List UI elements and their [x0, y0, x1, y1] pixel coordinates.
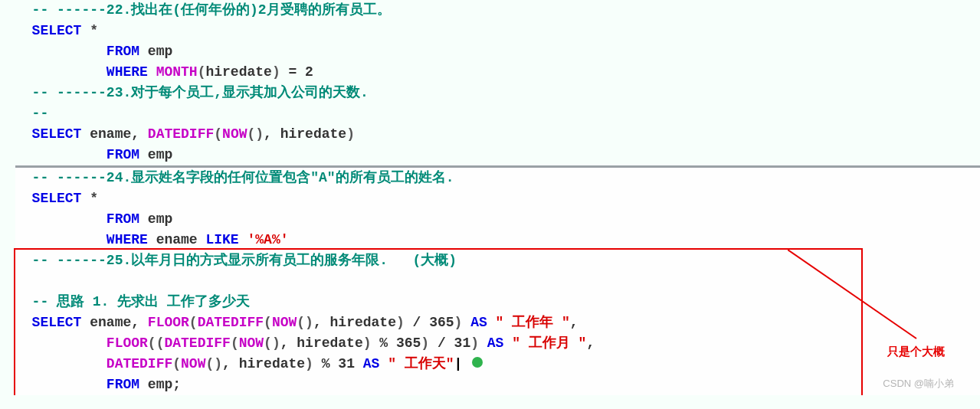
num: 365: [429, 315, 454, 330]
table: emp: [139, 44, 172, 59]
kw-where: WHERE: [107, 232, 148, 247]
paren: ): [454, 315, 463, 330]
cursor-icon: [472, 357, 483, 368]
kw-select: SELECT: [32, 126, 82, 142]
num: 2: [305, 64, 313, 80]
code-line: DATEDIFF(NOW(), hiredate) % 31 AS " 工作天"…: [15, 354, 980, 375]
code-line: SELECT *: [15, 188, 980, 209]
comment-prefix: -- ------: [32, 85, 107, 100]
paren: ): [305, 356, 313, 371]
func: DATEDIFF: [164, 335, 230, 351]
op: /: [405, 315, 429, 330]
code-line: -- ------24.显示姓名字段的任何位置包含"A"的所有员工的姓名.: [15, 168, 980, 188]
op: %: [313, 356, 338, 371]
code-line: FROM emp: [15, 209, 980, 230]
code-line: SELECT ename, FLOOR(DATEDIFF(NOW(), hire…: [15, 312, 980, 333]
comment-dashes: --: [32, 106, 49, 121]
paren: (: [231, 335, 239, 351]
kw-select: SELECT: [32, 315, 82, 330]
comment-text: 22.找出在(任何年份的)2月受聘的所有员工。: [107, 2, 391, 18]
ident: hiredate: [280, 126, 346, 142]
table: emp: [139, 211, 172, 227]
kw-as: AS: [355, 356, 388, 371]
comment-prefix: -- ------: [32, 170, 107, 185]
table: emp: [139, 147, 172, 162]
code-line: FROM emp;: [15, 375, 980, 395]
args: , hiredate: [222, 356, 305, 371]
code-line: -- ------22.找出在(任何年份的)2月受聘的所有员工。: [15, 0, 980, 21]
func: NOW: [239, 335, 264, 351]
op: /: [429, 335, 454, 351]
ident: hiredate: [205, 64, 271, 80]
code-line: -- ------25.以年月日的方式显示所有员工的服务年限. (大概): [15, 250, 980, 271]
watermark: CSDN @喃小弟: [883, 377, 954, 391]
code-line: SELECT *: [15, 21, 980, 41]
code-line: -- 思路 1. 先求出 工作了多少天: [15, 292, 980, 312]
paren: (): [205, 356, 222, 371]
paren: (): [297, 315, 313, 330]
kw-from: FROM: [107, 211, 139, 227]
code-line: -- ------23.对于每个员工,显示其加入公司的天数.: [15, 83, 980, 103]
kw-as: AS: [479, 335, 512, 351]
paren: (: [198, 64, 206, 80]
kw-from: FROM: [107, 377, 139, 392]
args: , hiredate: [313, 315, 396, 330]
paren: (: [189, 315, 198, 330]
table: emp;: [139, 377, 181, 392]
annotation-text: 只是个大概: [887, 345, 945, 359]
func: NOW: [222, 126, 247, 142]
func: NOW: [272, 315, 297, 330]
paren: ): [363, 335, 372, 351]
col: ename,: [81, 315, 147, 330]
star: *: [81, 191, 98, 206]
args: , hiredate: [280, 335, 363, 351]
code-line: --: [15, 103, 980, 124]
paren: (: [264, 315, 272, 330]
paren: (): [264, 335, 280, 351]
alias: " 工作天": [388, 356, 454, 371]
kw-from: FROM: [107, 44, 139, 59]
comma: ,: [586, 335, 595, 351]
comment-text: 24.显示姓名字段的任何位置包含"A"的所有员工的姓名.: [107, 170, 454, 185]
col: ename,: [81, 126, 147, 142]
paren: (): [247, 126, 264, 142]
func: DATEDIFF: [148, 126, 214, 142]
comment-prefix: -- ------: [32, 253, 107, 268]
comment-text: -- 思路 1. 先求出 工作了多少天: [32, 294, 250, 309]
paren: ): [396, 315, 405, 330]
func: FLOOR: [107, 335, 148, 351]
op: =: [280, 64, 305, 80]
code-line: SELECT ename, DATEDIFF(NOW(), hiredate): [15, 124, 980, 145]
comment-prefix: -- ------: [32, 2, 107, 18]
func: DATEDIFF: [198, 315, 264, 330]
paren: ): [272, 64, 280, 80]
kw-as: AS: [462, 315, 495, 330]
kw-like: LIKE: [205, 232, 238, 247]
comment-text: 25.以年月日的方式显示所有员工的服务年限. (大概): [107, 253, 457, 268]
paren: (: [214, 126, 222, 142]
alias: " 工作年 ": [496, 315, 570, 330]
func: NOW: [181, 356, 205, 371]
func: MONTH: [148, 64, 198, 80]
code-line: [15, 271, 980, 292]
paren: ): [346, 126, 355, 142]
paren: ((: [148, 335, 165, 351]
func: FLOOR: [148, 315, 189, 330]
num: 31: [454, 335, 471, 351]
kw-from: FROM: [107, 147, 139, 162]
paren: ): [421, 335, 429, 351]
paren: (: [172, 356, 181, 371]
kw-select: SELECT: [32, 191, 82, 206]
col: ename: [148, 232, 206, 247]
star: *: [81, 23, 98, 38]
comma: ,: [264, 126, 280, 142]
code-line: WHERE ename LIKE '%A%': [15, 230, 980, 250]
num: 31: [338, 356, 355, 371]
func: DATEDIFF: [107, 356, 172, 371]
paren: ): [470, 335, 479, 351]
comment-text: 23.对于每个员工,显示其加入公司的天数.: [107, 85, 369, 100]
op: %: [372, 335, 396, 351]
code-line: FROM emp: [15, 41, 980, 62]
str: '%A%': [239, 232, 289, 247]
kw-where: WHERE: [107, 64, 148, 80]
